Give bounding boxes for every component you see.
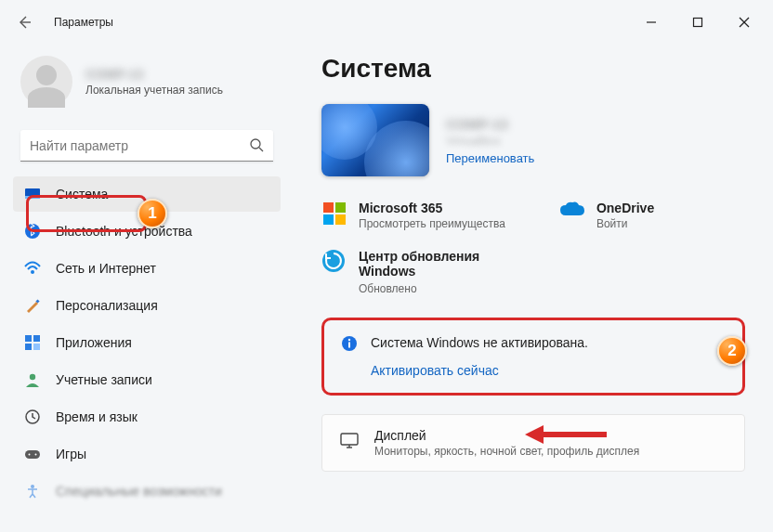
time-icon xyxy=(24,409,41,425)
svg-rect-13 xyxy=(25,344,32,350)
m365-icon xyxy=(321,201,347,230)
svg-point-8 xyxy=(25,224,40,239)
sidebar: COMP-13 Локальная учетная запись Система… xyxy=(0,45,294,532)
sidebar-item-label: Bluetooth и устройства xyxy=(56,224,192,239)
activation-link[interactable]: Активировать сейчас xyxy=(371,363,588,378)
accessibility-icon xyxy=(24,483,41,500)
sidebar-item-label: Система xyxy=(56,187,108,201)
minimize-button[interactable] xyxy=(630,7,673,37)
user-subtitle: Локальная учетная запись xyxy=(85,84,223,97)
card-onedrive[interactable]: OneDrive Войти xyxy=(559,201,654,230)
device-row: COMP-13 VirtualBox Переименовать xyxy=(321,104,745,176)
svg-rect-1 xyxy=(694,19,702,27)
svg-point-18 xyxy=(29,454,31,456)
user-block[interactable]: COMP-13 Локальная учетная запись xyxy=(7,45,286,130)
card-title: Центр обновления Windows xyxy=(359,249,507,279)
sidebar-item-label: Приложения xyxy=(56,335,132,350)
page-title: Система xyxy=(321,54,745,84)
device-thumbnail xyxy=(321,104,429,176)
close-button[interactable] xyxy=(723,7,766,37)
search-input[interactable] xyxy=(20,130,273,162)
sidebar-item-label: Учетные записи xyxy=(56,372,152,387)
sidebar-item-personalization[interactable]: Персонализация xyxy=(13,288,281,323)
avatar-icon xyxy=(20,56,72,108)
activation-text: Система Windows не активирована. xyxy=(371,335,588,350)
svg-line-5 xyxy=(259,148,263,151)
sidebar-item-time[interactable]: Время и язык xyxy=(13,399,281,435)
svg-rect-29 xyxy=(341,434,358,445)
card-title: Microsoft 365 xyxy=(359,201,505,215)
card-title: OneDrive xyxy=(596,201,654,215)
back-button[interactable] xyxy=(7,6,41,39)
svg-point-4 xyxy=(251,139,260,149)
sidebar-item-apps[interactable]: Приложения xyxy=(13,325,281,360)
svg-rect-24 xyxy=(335,214,346,225)
device-name: COMP-13 xyxy=(446,116,534,132)
svg-point-19 xyxy=(35,454,37,456)
svg-rect-23 xyxy=(323,214,334,225)
bluetooth-icon xyxy=(24,223,41,240)
update-icon xyxy=(321,249,346,277)
accounts-icon xyxy=(24,371,41,388)
sidebar-item-network[interactable]: Сеть и Интернет xyxy=(13,251,281,286)
card-m365[interactable]: Microsoft 365 Просмотреть преимущества xyxy=(321,201,505,230)
svg-rect-12 xyxy=(33,335,40,342)
network-icon xyxy=(24,260,41,277)
svg-rect-27 xyxy=(348,343,350,348)
apps-icon xyxy=(24,334,41,351)
search-icon xyxy=(249,137,264,156)
gaming-icon xyxy=(24,446,41,462)
sidebar-item-gaming[interactable]: Игры xyxy=(13,436,281,472)
card-subtitle: Просмотреть преимущества xyxy=(359,217,505,230)
svg-point-15 xyxy=(30,374,35,380)
sidebar-item-label: Сеть и Интернет xyxy=(56,261,156,276)
svg-rect-14 xyxy=(33,344,40,350)
user-name: COMP-13 xyxy=(85,67,223,82)
sidebar-item-label: Время и язык xyxy=(56,409,138,424)
svg-rect-11 xyxy=(25,335,32,342)
personalization-icon xyxy=(24,297,41,314)
svg-rect-17 xyxy=(25,450,40,459)
display-icon xyxy=(339,431,360,455)
svg-marker-33 xyxy=(525,425,544,444)
card-subtitle: Войти xyxy=(596,217,654,230)
annotation-arrow xyxy=(525,422,609,451)
svg-rect-7 xyxy=(25,196,40,199)
system-icon xyxy=(24,186,41,202)
annotation-step-1: 1 xyxy=(138,199,167,228)
info-icon xyxy=(341,335,358,356)
activation-box: Система Windows не активирована. Активир… xyxy=(321,318,745,396)
sidebar-item-accounts[interactable]: Учетные записи xyxy=(13,362,281,397)
onedrive-icon xyxy=(559,201,585,223)
svg-rect-22 xyxy=(335,202,346,213)
svg-point-9 xyxy=(31,270,34,274)
sidebar-item-accessibility[interactable]: Специальные возможности xyxy=(13,474,281,509)
sidebar-item-label: Специальные возможности xyxy=(56,484,222,499)
card-subtitle: Обновлено xyxy=(359,282,507,295)
maximize-button[interactable] xyxy=(676,7,719,37)
annotation-step-2: 2 xyxy=(717,336,747,366)
main-content: Система COMP-13 VirtualBox Переименовать… xyxy=(294,45,773,532)
rename-link[interactable]: Переименовать xyxy=(446,151,534,165)
sidebar-item-label: Игры xyxy=(56,447,86,461)
window-title: Параметры xyxy=(54,16,113,29)
svg-point-20 xyxy=(31,485,34,488)
svg-rect-21 xyxy=(323,202,334,213)
card-update[interactable]: Центр обновления Windows Обновлено xyxy=(321,249,745,295)
sidebar-item-label: Персонализация xyxy=(56,298,158,313)
device-subtitle: VirtualBox xyxy=(446,134,534,148)
svg-point-28 xyxy=(348,339,350,341)
